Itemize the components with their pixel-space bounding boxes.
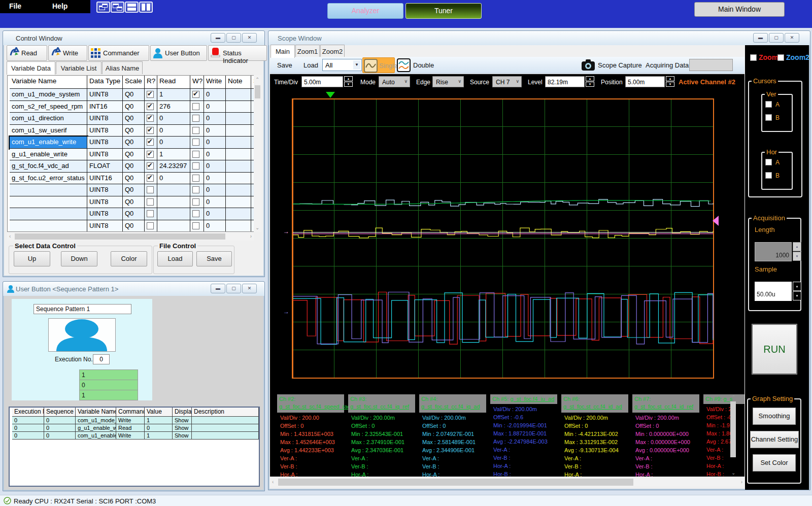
exec-cell[interactable]: Read xyxy=(116,424,145,432)
exec-column-header[interactable]: Sequence No xyxy=(44,408,76,417)
variable-cell[interactable]: com_s2_ref_speed_rpm xyxy=(10,101,87,113)
close-button[interactable]: ✕ xyxy=(242,33,257,43)
write-checkbox[interactable] xyxy=(192,186,199,193)
write-button[interactable]: Write xyxy=(48,45,87,61)
tile-vertical-icon[interactable] xyxy=(139,2,153,13)
read-checkbox[interactable] xyxy=(147,210,154,217)
variable-cell[interactable]: Q0 xyxy=(123,125,145,137)
variable-cell[interactable] xyxy=(190,196,204,209)
time-div-field[interactable]: 5.00m xyxy=(301,76,343,87)
tile-windows-icon[interactable] xyxy=(111,2,124,13)
exec-column-header[interactable]: Variable Name xyxy=(76,408,116,417)
tab-main[interactable]: Main xyxy=(270,45,295,58)
double-view-button[interactable]: Double xyxy=(396,57,432,73)
variable-cell[interactable]: 0 xyxy=(204,184,226,196)
variable-cell[interactable]: Q0 xyxy=(123,173,145,185)
tile-horizontal-icon[interactable] xyxy=(125,2,139,13)
user-button-image[interactable] xyxy=(48,318,116,352)
position-field[interactable]: 5.00m xyxy=(625,76,665,87)
write-checkbox[interactable] xyxy=(192,210,199,217)
variable-cell[interactable]: Q0 xyxy=(123,113,145,125)
load-button[interactable]: Load xyxy=(157,251,193,266)
read-checkbox[interactable] xyxy=(147,186,154,193)
variable-cell[interactable] xyxy=(190,208,204,220)
length-field[interactable]: 1000 xyxy=(755,242,792,261)
maximize-button[interactable]: ▢ xyxy=(226,284,241,293)
column-header[interactable]: Variable Name xyxy=(10,76,87,89)
variable-cell[interactable]: UINT8 xyxy=(87,125,123,137)
channel-header[interactable]: Ch #5: g_st_foc.f4_iu_ad xyxy=(490,394,557,404)
tab-variable-list[interactable]: Variable List xyxy=(56,61,101,74)
variable-cell[interactable]: Q0 xyxy=(123,208,145,220)
exec-cell[interactable]: 1 xyxy=(145,432,173,440)
color-button[interactable]: Color xyxy=(111,251,147,266)
variable-cell[interactable]: 0 xyxy=(204,149,226,161)
exec-cell[interactable] xyxy=(192,432,259,440)
variable-cell[interactable] xyxy=(226,208,251,220)
exec-column-header[interactable]: Description xyxy=(192,408,259,417)
exec-column-header[interactable]: Value xyxy=(145,408,173,417)
variable-cell[interactable]: 1 xyxy=(157,89,190,101)
variable-cell[interactable] xyxy=(145,149,157,161)
exec-cell[interactable]: 0 xyxy=(12,417,44,424)
variable-cell[interactable]: 0 xyxy=(204,196,226,209)
trigger-level-marker[interactable] xyxy=(713,216,719,226)
variable-cell[interactable] xyxy=(226,137,251,149)
write-checkbox[interactable] xyxy=(192,151,199,158)
variable-cell[interactable]: 0 xyxy=(204,220,226,232)
variable-cell[interactable]: UINT8 xyxy=(87,89,123,101)
variable-cell[interactable]: UINT8 xyxy=(87,184,123,196)
minimize-button[interactable]: ▬ xyxy=(211,33,225,43)
variable-cell[interactable]: Q0 xyxy=(123,160,145,173)
channel-info-panel[interactable]: Ch #5: g_st_foc.f4_iu_adVal/Div : 200.00… xyxy=(490,394,557,477)
variable-cell[interactable] xyxy=(226,149,251,161)
exec-cell[interactable]: 0 xyxy=(44,432,76,440)
edge-dropdown[interactable]: Rise∨ xyxy=(432,76,464,87)
channel-header[interactable]: Ch #6:g_st_foc.st_cc.f4_id_ad xyxy=(561,394,628,413)
read-checkbox[interactable] xyxy=(147,151,154,158)
tab-zoom1[interactable]: Zoom1 xyxy=(295,45,320,57)
trigger-position-marker[interactable] xyxy=(326,92,335,98)
read-checkbox[interactable] xyxy=(147,103,154,110)
read-checkbox[interactable] xyxy=(147,91,154,98)
channel-offset-arrow-blue[interactable]: → xyxy=(283,308,289,315)
status-indicator-button[interactable]: Status Indicator xyxy=(208,45,267,61)
channel-setting-button[interactable]: Channel Setting xyxy=(750,431,799,448)
write-checkbox[interactable] xyxy=(192,127,199,134)
read-checkbox[interactable] xyxy=(147,127,154,134)
variable-cell[interactable]: com_u1_direction xyxy=(10,113,87,125)
exec-cell[interactable]: 0 xyxy=(44,424,76,432)
single-view-button[interactable]: Single xyxy=(362,57,395,73)
channel-info-panel[interactable]: Ch #2:g_st_foc.st_sc.f4_speed_radVal/Div… xyxy=(277,394,344,477)
minimize-button[interactable]: ▬ xyxy=(753,33,768,43)
exec-cell[interactable]: 0 xyxy=(12,424,44,432)
hor-b-checkbox[interactable] xyxy=(765,172,772,179)
column-header[interactable]: R? xyxy=(145,76,157,89)
ver-a-checkbox[interactable] xyxy=(765,101,772,108)
variable-cell[interactable]: UINT8 xyxy=(87,220,123,232)
variable-cell[interactable] xyxy=(10,208,87,220)
variable-cell[interactable]: Q0 xyxy=(123,137,145,149)
variable-cell[interactable] xyxy=(190,101,204,113)
column-header[interactable]: W? xyxy=(190,76,204,89)
exec-cell[interactable] xyxy=(192,424,259,432)
write-checkbox[interactable] xyxy=(192,162,199,170)
variable-cell[interactable] xyxy=(10,184,87,196)
read-button[interactable]: Read xyxy=(7,45,47,61)
set-color-button[interactable]: Set Color xyxy=(753,454,796,471)
exec-cell[interactable]: g_u1_enable_write xyxy=(76,424,116,432)
exec-column-header[interactable]: Command xyxy=(116,408,145,417)
channel-info-panel[interactable]: Ch #6:g_st_foc.st_cc.f4_id_adVal/Div : 2… xyxy=(561,394,628,477)
variable-cell[interactable]: UINT8 xyxy=(87,149,123,161)
write-checkbox[interactable] xyxy=(192,91,199,98)
variable-cell[interactable] xyxy=(145,173,157,185)
variable-cell[interactable] xyxy=(157,208,190,220)
sequence-pattern-name-field[interactable]: Sequence Pattern 1 xyxy=(33,304,131,314)
variable-cell[interactable] xyxy=(145,220,157,232)
read-checkbox[interactable] xyxy=(147,175,154,182)
variable-cell[interactable] xyxy=(145,184,157,196)
column-header[interactable]: Note xyxy=(226,76,251,89)
commander-button[interactable]: Commander xyxy=(88,45,149,61)
variable-cell[interactable]: 0 xyxy=(204,173,226,185)
variable-cell[interactable] xyxy=(157,196,190,209)
